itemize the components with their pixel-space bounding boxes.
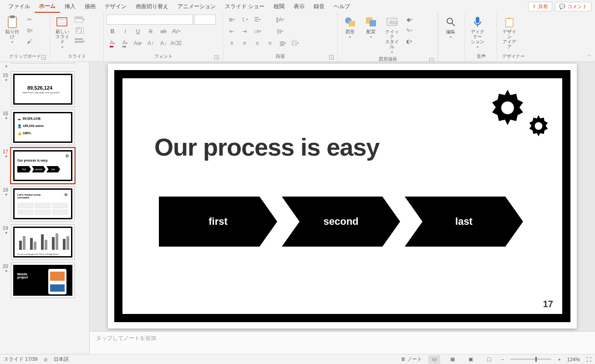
tab-animations[interactable]: アニメーション bbox=[173, 1, 220, 12]
zoom-slider[interactable] bbox=[510, 359, 551, 360]
tab-design[interactable]: デザイン bbox=[100, 1, 131, 12]
slide-thumbnails[interactable]: ✦ 15✦ 89,526,124 Whoa! That's a big numb… bbox=[0, 62, 90, 354]
arrange-button[interactable]: 配置▾ bbox=[361, 15, 381, 40]
svg-rect-11 bbox=[349, 21, 355, 26]
quick-styles-button[interactable]: Abc クイック スタイル▾ bbox=[382, 15, 402, 55]
thumb-slide-16[interactable]: 89,526,124$ 185,244 users 100% ☁ 👤 👍 bbox=[11, 110, 75, 145]
section-button[interactable]: ▾ bbox=[74, 36, 86, 46]
thumb-slide-14[interactable] bbox=[11, 62, 75, 63]
editing-button[interactable]: 編集▾ bbox=[441, 15, 460, 40]
dialog-launcher-icon[interactable]: ↘ bbox=[41, 55, 46, 60]
align-text-button[interactable]: ⊟▾ bbox=[274, 26, 286, 36]
fit-window-button[interactable]: ⛶ bbox=[586, 357, 591, 362]
thumb-slide-18[interactable]: 👁 Let's review some concepts bbox=[11, 186, 75, 222]
reset-button[interactable] bbox=[74, 25, 86, 35]
shape-fill-button[interactable]: ◆▾ bbox=[403, 15, 415, 25]
shrink-font-button[interactable]: A↓ bbox=[158, 38, 169, 48]
align-right-button[interactable]: ≡ bbox=[251, 38, 263, 48]
svg-line-17 bbox=[452, 23, 455, 26]
tab-draw[interactable]: 描画 bbox=[80, 1, 100, 12]
highlight-button[interactable]: A▾ bbox=[119, 38, 131, 48]
dec-indent-button[interactable]: ⇤ bbox=[226, 26, 238, 36]
collapse-ribbon-button[interactable]: ︿ bbox=[587, 51, 592, 59]
list-level-button[interactable]: ☰▾ bbox=[251, 15, 263, 25]
gears-icon[interactable] bbox=[485, 87, 549, 139]
arrow-second[interactable]: second bbox=[282, 197, 400, 247]
bullets-icon: ≣ bbox=[229, 16, 233, 23]
align-left-button[interactable]: ≡ bbox=[226, 38, 238, 48]
tab-view[interactable]: 表示 bbox=[289, 1, 309, 12]
bold-button[interactable]: B bbox=[107, 26, 118, 36]
double-strike-button[interactable]: ab bbox=[158, 26, 169, 36]
tab-file[interactable]: ファイル bbox=[4, 1, 35, 12]
cut-button[interactable]: ✂ bbox=[24, 15, 36, 25]
strike-button[interactable]: S bbox=[145, 26, 157, 36]
tab-home[interactable]: ホーム bbox=[35, 0, 60, 13]
layout-button[interactable]: ▾ bbox=[74, 15, 86, 25]
arrow-last[interactable]: last bbox=[405, 197, 523, 247]
change-case-button[interactable]: Aa▾ bbox=[132, 38, 144, 48]
process-arrows[interactable]: first second last bbox=[159, 197, 523, 247]
align-center-button[interactable]: ≡ bbox=[239, 38, 250, 48]
paste-button[interactable]: 貼り付け ▾ bbox=[3, 15, 22, 45]
char-spacing-button[interactable]: AV▾ bbox=[170, 26, 182, 36]
slide-editor[interactable]: Our process is easy f bbox=[90, 62, 595, 354]
tab-transitions[interactable]: 画面切り替え bbox=[131, 1, 173, 12]
copy-button[interactable]: ⧉▾ bbox=[24, 25, 36, 35]
smartart-button[interactable]: ⿴▾ bbox=[290, 38, 301, 48]
clear-format-button[interactable]: A⌫ bbox=[170, 38, 182, 48]
accessibility-icon[interactable]: ⎚ bbox=[44, 357, 47, 362]
effects-icon: ◐ bbox=[406, 38, 411, 45]
tab-help[interactable]: ヘルプ bbox=[329, 1, 355, 12]
status-language[interactable]: 日本語 bbox=[54, 356, 69, 363]
design-ideas-button[interactable]: デザイン アイデア bbox=[500, 15, 519, 50]
shape-effects-button[interactable]: ◐▾ bbox=[403, 36, 415, 46]
italic-icon: I bbox=[124, 28, 126, 35]
shape-outline-button[interactable]: ✎▾ bbox=[403, 25, 415, 35]
grow-font-button[interactable]: A↑ bbox=[145, 38, 157, 48]
tab-review[interactable]: 校閲 bbox=[269, 1, 289, 12]
tab-record[interactable]: 録音 bbox=[309, 1, 329, 12]
sorter-view-button[interactable]: ▦ bbox=[447, 355, 458, 364]
arrow-first[interactable]: first bbox=[159, 197, 277, 247]
thumb-slide-19[interactable]: You can insert graphs from Excel or Goog… bbox=[11, 224, 75, 260]
thumb-slide-15[interactable]: 89,526,124 Whoa! That's a big number, ar… bbox=[11, 71, 75, 107]
slide-canvas[interactable]: Our process is easy f bbox=[108, 64, 577, 329]
dictate-button[interactable]: ディクテー ション▾ bbox=[468, 15, 487, 50]
comment-button[interactable]: 💬コメント bbox=[555, 2, 591, 11]
numbering-button[interactable]: ⒈▾ bbox=[239, 15, 250, 25]
zoom-out-button[interactable]: − bbox=[501, 357, 504, 362]
normal-view-button[interactable]: ▭ bbox=[428, 355, 440, 364]
shapes-button[interactable]: 図形▾ bbox=[341, 15, 360, 40]
zoom-value[interactable]: 124% bbox=[567, 357, 580, 362]
inc-indent-button[interactable]: ⇥ bbox=[239, 26, 250, 36]
slideshow-view-button[interactable]: ▢ bbox=[483, 355, 495, 364]
line-spacing-button[interactable]: ↕≡▾ bbox=[251, 26, 263, 36]
zoom-in-button[interactable]: + bbox=[558, 357, 560, 362]
new-slide-button[interactable]: 新しい スライド ▾ bbox=[53, 15, 72, 50]
zoom-knob[interactable] bbox=[535, 357, 537, 362]
italic-button[interactable]: I bbox=[119, 26, 131, 36]
share-button[interactable]: ⇧共有 bbox=[528, 2, 552, 11]
slide-title[interactable]: Our process is easy bbox=[154, 133, 379, 161]
dialog-launcher-icon[interactable]: ↘ bbox=[214, 55, 219, 60]
format-painter-button[interactable]: 🖌 bbox=[24, 36, 36, 46]
font-size-input[interactable] bbox=[194, 15, 216, 25]
dialog-launcher-icon[interactable]: ↘ bbox=[329, 55, 334, 60]
bullets-button[interactable]: ≣▾ bbox=[226, 15, 238, 25]
tab-insert[interactable]: 挿入 bbox=[60, 1, 80, 12]
font-family-input[interactable] bbox=[107, 15, 193, 25]
underline-button[interactable]: U bbox=[132, 26, 144, 36]
tab-slideshow[interactable]: スライド ショー bbox=[220, 1, 269, 12]
new-slide-label: 新しい スライド bbox=[54, 29, 71, 44]
justify-button[interactable]: ≡ bbox=[264, 38, 276, 48]
case-icon: Aa bbox=[134, 40, 141, 46]
notes-toggle[interactable]: ≣ノート bbox=[401, 356, 422, 363]
text-direction-button[interactable]: ‖A▾ bbox=[274, 15, 286, 25]
thumb-slide-17[interactable]: ⚙ Our process is easy first second last bbox=[11, 148, 75, 183]
group-label-designer: デザイナー bbox=[500, 52, 527, 61]
thumb-slide-20[interactable]: Mobile project bbox=[11, 263, 75, 298]
font-color-button[interactable]: A▾ bbox=[107, 38, 118, 48]
columns-button[interactable]: ▥▾ bbox=[277, 38, 289, 48]
reading-view-button[interactable]: ▣ bbox=[465, 355, 477, 364]
